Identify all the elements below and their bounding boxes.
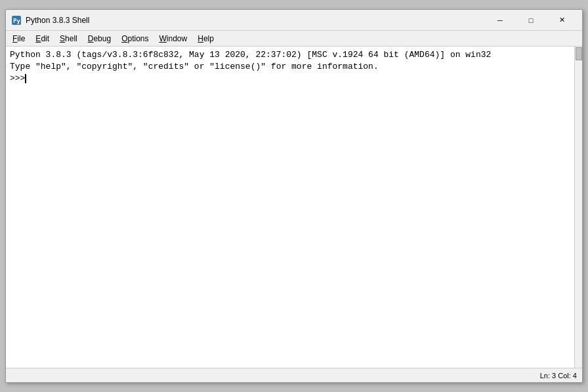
menu-edit[interactable]: Edit: [30, 31, 54, 46]
menu-shell[interactable]: Shell: [54, 31, 83, 46]
scrollbar-thumb[interactable]: [576, 47, 582, 60]
maximize-button[interactable]: □: [516, 11, 546, 29]
title-bar: Py Python 3.8.3 Shell ─ □ ✕: [6, 10, 582, 31]
menu-options[interactable]: Options: [116, 31, 154, 46]
scrollbar[interactable]: [574, 47, 582, 368]
shell-cursor: [25, 74, 26, 83]
window-controls: ─ □ ✕: [485, 11, 577, 29]
shell-line-2: Type "help", "copyright", "credits" or "…: [10, 61, 578, 73]
shell-line-1: Python 3.8.3 (tags/v3.8.3:6f8c832, May 1…: [10, 49, 578, 61]
shell-output[interactable]: Python 3.8.3 (tags/v3.8.3:6f8c832, May 1…: [6, 47, 582, 368]
menu-window[interactable]: Window: [154, 31, 193, 46]
status-text: Ln: 3 Col: 4: [540, 372, 577, 380]
svg-text:Py: Py: [13, 18, 20, 24]
close-button[interactable]: ✕: [547, 11, 577, 29]
shell-prompt: >>>: [10, 73, 25, 85]
menu-debug[interactable]: Debug: [83, 31, 116, 46]
menu-help[interactable]: Help: [192, 31, 219, 46]
main-window: Py Python 3.8.3 Shell ─ □ ✕ File Edit Sh…: [5, 9, 583, 383]
menu-file[interactable]: File: [7, 31, 30, 46]
menu-bar: File Edit Shell Debug Options Window Hel…: [6, 31, 582, 47]
status-bar: Ln: 3 Col: 4: [6, 368, 582, 382]
shell-prompt-line[interactable]: >>>: [10, 73, 578, 85]
minimize-button[interactable]: ─: [485, 11, 515, 29]
window-title: Python 3.8.3 Shell: [26, 16, 485, 25]
app-icon: Py: [11, 15, 22, 26]
